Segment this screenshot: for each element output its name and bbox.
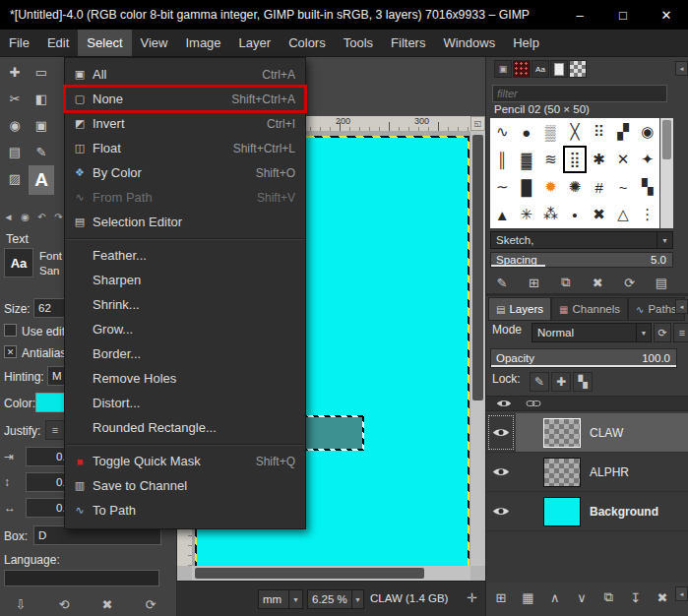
brush-thumbnail[interactable]: ∼ <box>490 173 515 201</box>
horizontal-scrollbar-thumb[interactable] <box>195 568 424 579</box>
layer-mode-dropdown[interactable]: Normal ▼ <box>532 323 652 342</box>
layer-visibility-eye-icon[interactable] <box>486 492 516 530</box>
layer-name[interactable]: Background <box>590 505 658 519</box>
restore-tool-preset-button[interactable]: ⟲ <box>51 594 77 614</box>
brush-thumbnail[interactable]: ✹ <box>538 173 563 201</box>
close-button[interactable]: ✕ <box>645 0 688 30</box>
brush-collection-dropdown[interactable]: Sketch, ▼ <box>490 231 673 249</box>
tool-button[interactable]: ▭ <box>29 59 54 85</box>
mode-switch-button[interactable]: ⟳ <box>654 323 671 342</box>
tool-button[interactable]: ◉ <box>2 112 28 138</box>
menubar-item[interactable]: Edit <box>38 30 78 56</box>
layer-thumbnail[interactable] <box>543 418 581 448</box>
zoom-dropdown[interactable]: 6.25 % ▼ <box>307 589 364 609</box>
layer-thumbnail[interactable] <box>543 458 581 487</box>
tool-button[interactable]: ✚ <box>2 59 28 85</box>
menu-item[interactable]: ■ Toggle Quick Mask Shift+Q <box>65 449 305 473</box>
brush-thumbnail[interactable]: ✦ <box>635 146 659 173</box>
maximize-button[interactable]: □ <box>601 0 645 30</box>
brush-thumbnail[interactable]: ⁂ <box>538 201 563 228</box>
open-brush-button[interactable]: ▤ <box>650 273 673 292</box>
layers-tab-menu-button[interactable]: ◂ <box>675 299 688 314</box>
brush-thumbnail[interactable]: ∿ <box>490 118 515 146</box>
tool-button[interactable]: ▨ <box>2 165 28 191</box>
vertical-scrollbar-thumb[interactable] <box>472 135 483 400</box>
menu-item[interactable]: ❖ By Color Shift+O <box>65 160 305 185</box>
brush-thumbnail[interactable]: ✱ <box>587 146 611 173</box>
tool-button[interactable]: ▣ <box>29 112 54 138</box>
lower-layer-button[interactable]: ∨ <box>571 586 593 608</box>
fonts-dialog-tab[interactable]: Aa <box>532 60 549 78</box>
menu-item[interactable]: Grow... <box>65 317 305 341</box>
menu-item[interactable]: Border... <box>65 341 305 366</box>
brush-thumbnail[interactable]: ◉ <box>635 118 659 146</box>
menu-item[interactable]: ▣ All Ctrl+A <box>65 62 305 87</box>
brush-thumbnail[interactable]: ✖ <box>587 201 611 228</box>
brush-thumbnail[interactable]: ✳ <box>515 201 539 228</box>
brush-grid-scrollbar-thumb[interactable] <box>662 120 671 159</box>
brush-thumbnail[interactable]: ● <box>515 118 539 146</box>
menubar-item[interactable]: View <box>132 30 177 56</box>
menu-item[interactable]: ∿ From Path Shift+V <box>65 185 305 210</box>
brush-thumbnail[interactable]: ╳ <box>563 118 588 146</box>
menu-item[interactable] <box>65 234 305 243</box>
images-dialog-tab[interactable]: ▣ <box>494 60 512 78</box>
brush-thumbnail[interactable]: # <box>587 173 611 201</box>
link-column-icon[interactable] <box>526 399 541 408</box>
new-layer-button[interactable]: ⊞ <box>490 586 512 608</box>
tool-button[interactable]: ▤ <box>2 139 28 164</box>
menu-item[interactable]: Rounded Rectangle... <box>65 415 305 440</box>
justify-left-button[interactable]: ≡ <box>45 420 65 440</box>
brush-thumbnail[interactable]: ✕ <box>611 146 636 173</box>
tool-button[interactable]: ✎ <box>29 139 54 164</box>
patterns-dialog-tab[interactable] <box>569 60 587 78</box>
layer-name[interactable]: CLAW <box>590 426 623 440</box>
brush-thumbnail[interactable]: • <box>563 201 588 228</box>
menubar-item[interactable]: Tools <box>335 30 382 56</box>
dock-tab[interactable]: ▤ Layers <box>488 297 551 321</box>
menu-item[interactable]: Distort... <box>65 391 305 415</box>
delete-tool-preset-button[interactable]: ✖ <box>94 594 120 614</box>
brush-spacing-slider[interactable]: Spacing 5.0 <box>490 252 673 268</box>
brush-thumbnail[interactable]: ▚ <box>635 173 659 201</box>
delete-layer-button[interactable]: ✖ <box>652 586 673 608</box>
brush-grid-scrollbar[interactable] <box>660 118 673 228</box>
menubar-item[interactable]: Image <box>176 30 229 56</box>
navigation-corner-button[interactable] <box>470 566 485 581</box>
language-input[interactable] <box>4 570 159 586</box>
toolbox-mini-icon[interactable]: ◉ <box>19 211 31 223</box>
vertical-scrollbar[interactable] <box>470 131 485 566</box>
menu-item[interactable]: Remove Holes <box>65 366 305 391</box>
menu-item[interactable]: ▢ None Shift+Ctrl+A <box>65 87 305 111</box>
new-brush-button[interactable]: ⊞ <box>522 273 545 292</box>
brush-thumbnail[interactable]: ▲ <box>490 201 515 228</box>
menubar-item[interactable]: Colors <box>280 30 335 56</box>
layer-thumbnail[interactable] <box>543 497 581 526</box>
menu-item[interactable] <box>65 440 305 449</box>
font-preview-button[interactable]: Aa <box>4 248 33 277</box>
tool-button[interactable]: ✂ <box>2 86 28 111</box>
menu-item[interactable]: Feather... <box>65 243 305 268</box>
menubar-item[interactable]: Windows <box>434 30 504 56</box>
lock-alpha-button[interactable]: ▚ <box>573 372 593 392</box>
brush-thumbnail[interactable]: ║ <box>490 146 515 173</box>
zoom-fit-toggle-icon[interactable]: ◱ <box>470 116 485 131</box>
brush-thumbnail[interactable]: ≋ <box>538 146 563 173</box>
selection-rectangle[interactable] <box>305 417 362 449</box>
brush-thumbnail[interactable]: ▓ <box>515 146 539 173</box>
brush-thumbnail[interactable]: △ <box>611 201 636 228</box>
brush-thumbnail[interactable]: █ <box>515 173 539 201</box>
navigation-cross-icon[interactable]: ✛ <box>467 590 477 605</box>
visibility-column-icon[interactable] <box>496 399 512 408</box>
brush-thumbnail[interactable]: ⠿ <box>587 118 611 146</box>
layer-name[interactable]: ALPHR <box>590 465 629 479</box>
new-layer-group-button[interactable]: ▦ <box>517 586 538 608</box>
toolbox-mini-icon[interactable]: ◄ <box>2 211 15 223</box>
horizontal-scrollbar[interactable] <box>192 566 470 581</box>
tool-button[interactable]: ◧ <box>29 86 54 111</box>
antialias-checkbox[interactable]: ✕ <box>4 345 17 358</box>
duplicate-layer-button[interactable]: ⧉ <box>597 586 619 608</box>
tool-button[interactable]: A <box>29 165 54 195</box>
layer-row[interactable]: ALPHR <box>486 453 688 492</box>
menu-item[interactable]: ▤ Selection Editor <box>65 210 305 234</box>
